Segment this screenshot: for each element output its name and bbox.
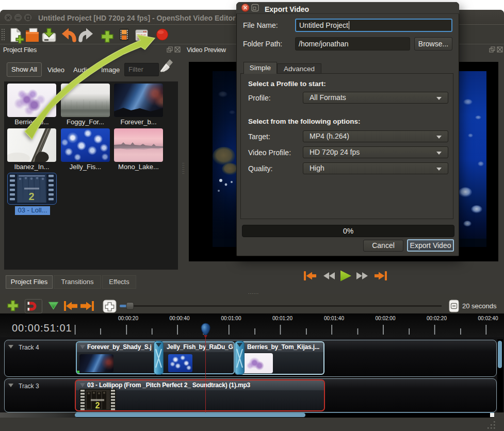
svg-text:00:01:00: 00:01:00 [221,316,241,321]
svg-text:2: 2 [95,401,100,410]
svg-text:00:00:40: 00:00:40 [170,316,190,321]
svg-text:00:02:20: 00:02:20 [427,316,447,321]
svg-text:00:00:20: 00:00:20 [118,316,138,321]
svg-text:00:02:00: 00:02:00 [376,316,396,321]
svg-text:00:02:40: 00:02:40 [478,316,498,321]
svg-text:00:01:40: 00:01:40 [324,316,344,321]
svg-text:00:01:20: 00:01:20 [272,316,292,321]
